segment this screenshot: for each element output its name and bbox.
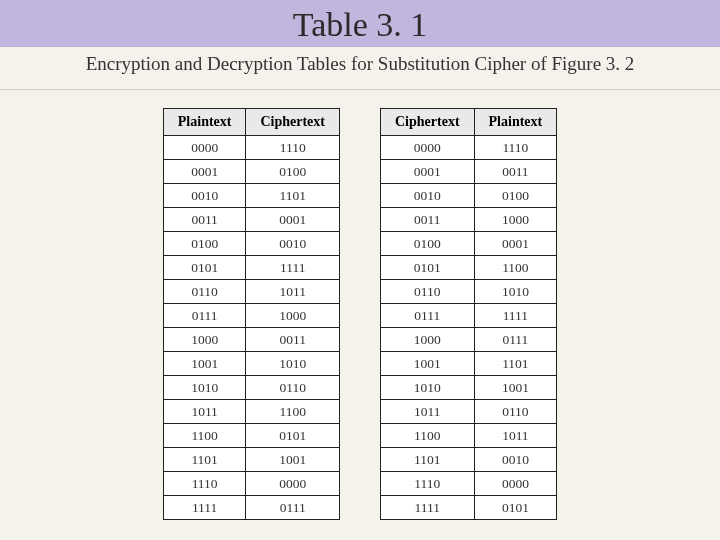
table-cell: 0001 — [474, 232, 557, 256]
table-row: 10101001 — [381, 376, 557, 400]
table-row: 10100110 — [163, 376, 339, 400]
table-row: 00010011 — [381, 160, 557, 184]
table-cell: 0001 — [246, 208, 340, 232]
table-cell: 1000 — [246, 304, 340, 328]
table-cell: 1100 — [381, 424, 475, 448]
table-row: 11110111 — [163, 496, 339, 520]
table-cell: 1010 — [163, 376, 246, 400]
table-cell: 0000 — [246, 472, 340, 496]
table-row: 11110101 — [381, 496, 557, 520]
table-cell: 1111 — [163, 496, 246, 520]
table-cell: 0100 — [381, 232, 475, 256]
table-cell: 0101 — [163, 256, 246, 280]
table-cell: 0001 — [381, 160, 475, 184]
table-cell: 0000 — [163, 136, 246, 160]
table-row: 10000011 — [163, 328, 339, 352]
table-cell: 0110 — [474, 400, 557, 424]
table-cell: 0011 — [246, 328, 340, 352]
table-cell: 0100 — [246, 160, 340, 184]
table-cell: 1110 — [163, 472, 246, 496]
table-cell: 0101 — [381, 256, 475, 280]
table-cell: 0000 — [474, 472, 557, 496]
table-row: 00001110 — [163, 136, 339, 160]
table-cell: 1100 — [246, 400, 340, 424]
table-row: 10111100 — [163, 400, 339, 424]
table-cell: 1101 — [381, 448, 475, 472]
table-row: 00001110 — [381, 136, 557, 160]
table-cell: 1001 — [246, 448, 340, 472]
table-cell: 0011 — [381, 208, 475, 232]
table-cell: 1000 — [163, 328, 246, 352]
table-row: 01000001 — [381, 232, 557, 256]
table-cell: 1101 — [163, 448, 246, 472]
table-cell: 1011 — [474, 424, 557, 448]
table-row: 11100000 — [163, 472, 339, 496]
table-cell: 1101 — [246, 184, 340, 208]
table-cell: 1011 — [381, 400, 475, 424]
table-cell: 1100 — [474, 256, 557, 280]
table-row: 01011100 — [381, 256, 557, 280]
table-row: 10000111 — [381, 328, 557, 352]
table-row: 01111000 — [163, 304, 339, 328]
table-cell: 0010 — [163, 184, 246, 208]
table-cell: 1001 — [474, 376, 557, 400]
table-cell: 0111 — [163, 304, 246, 328]
table-row: 11010010 — [381, 448, 557, 472]
table-cell: 1010 — [246, 352, 340, 376]
table-cell: 1000 — [381, 328, 475, 352]
table-row: 11100000 — [381, 472, 557, 496]
col-header: Ciphertext — [246, 109, 340, 136]
table-row: 01000010 — [163, 232, 339, 256]
table-row: 10011101 — [381, 352, 557, 376]
tables-container: Plaintext Ciphertext 0000111000010100001… — [0, 108, 720, 520]
table-header-row: Ciphertext Plaintext — [381, 109, 557, 136]
table-cell: 0010 — [246, 232, 340, 256]
table-row: 00100100 — [381, 184, 557, 208]
table-cell: 0100 — [474, 184, 557, 208]
table-row: 00110001 — [163, 208, 339, 232]
table-cell: 1011 — [246, 280, 340, 304]
table-cell: 1111 — [246, 256, 340, 280]
table-row: 10011010 — [163, 352, 339, 376]
encryption-table: Plaintext Ciphertext 0000111000010100001… — [163, 108, 340, 520]
table-cell: 1000 — [474, 208, 557, 232]
table-cell: 0100 — [163, 232, 246, 256]
table-cell: 1111 — [474, 304, 557, 328]
table-cell: 1011 — [163, 400, 246, 424]
table-cell: 1110 — [246, 136, 340, 160]
table-cell: 1010 — [474, 280, 557, 304]
divider — [0, 89, 720, 90]
table-cell: 0101 — [474, 496, 557, 520]
col-header: Plaintext — [163, 109, 246, 136]
table-row: 01101010 — [381, 280, 557, 304]
table-cell: 1110 — [474, 136, 557, 160]
table-row: 00111000 — [381, 208, 557, 232]
table-row: 00101101 — [163, 184, 339, 208]
table-cell: 0011 — [474, 160, 557, 184]
table-row: 11011001 — [163, 448, 339, 472]
table-cell: 1101 — [474, 352, 557, 376]
table-cell: 0110 — [246, 376, 340, 400]
table-header-row: Plaintext Ciphertext — [163, 109, 339, 136]
table-cell: 0110 — [381, 280, 475, 304]
table-cell: 0111 — [246, 496, 340, 520]
col-header: Plaintext — [474, 109, 557, 136]
table-row: 10110110 — [381, 400, 557, 424]
table-cell: 0011 — [163, 208, 246, 232]
table-cell: 1100 — [163, 424, 246, 448]
table-cell: 0010 — [381, 184, 475, 208]
decryption-table: Ciphertext Plaintext 0000111000010011001… — [380, 108, 557, 520]
table-cell: 1110 — [381, 472, 475, 496]
table-cell: 0111 — [474, 328, 557, 352]
table-cell: 0111 — [381, 304, 475, 328]
table-row: 11000101 — [163, 424, 339, 448]
table-row: 01101011 — [163, 280, 339, 304]
table-cell: 0110 — [163, 280, 246, 304]
table-row: 01011111 — [163, 256, 339, 280]
slide-page: Table 3. 1 Encryption and Decryption Tab… — [0, 0, 720, 540]
table-row: 11001011 — [381, 424, 557, 448]
table-cell: 0001 — [163, 160, 246, 184]
page-title: Table 3. 1 — [0, 6, 720, 44]
table-cell: 0010 — [474, 448, 557, 472]
table-row: 00010100 — [163, 160, 339, 184]
